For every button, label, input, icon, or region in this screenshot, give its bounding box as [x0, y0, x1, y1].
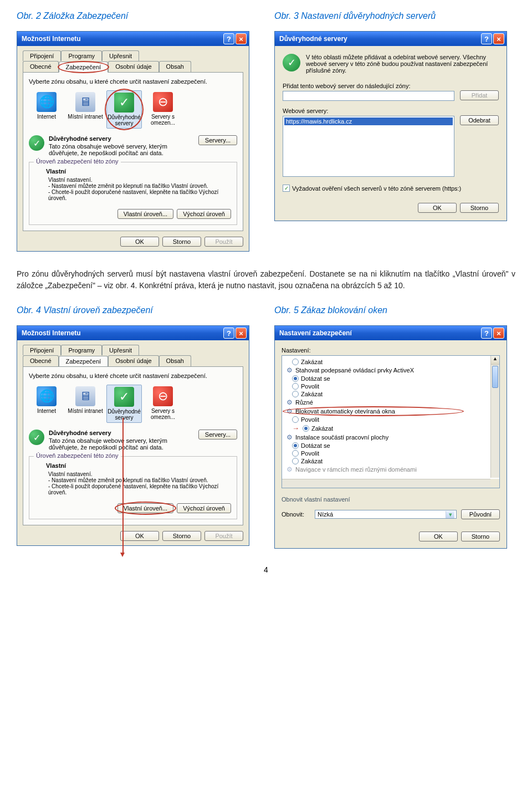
tab-security[interactable]: Zabezpečení — [59, 62, 109, 73]
zone-label: Internet — [29, 114, 64, 120]
tree-category: Blokovat automaticky otevíraná okna — [295, 408, 395, 415]
cancel-button[interactable]: Storno — [162, 237, 201, 247]
add-button[interactable]: Přidat — [460, 90, 499, 100]
reset-level-select[interactable]: Nízká — [315, 510, 457, 519]
custom-level-button[interactable]: Vlastní úroveň... — [117, 503, 174, 513]
internet-options-window: Možnosti Internetu ? × Obecné Zabezpečen… — [17, 31, 249, 252]
radio-option[interactable] — [292, 416, 299, 423]
help-icon[interactable]: ? — [481, 328, 492, 339]
gear-icon: ⚙ — [285, 466, 293, 473]
apply-button[interactable]: Použít — [204, 531, 243, 541]
zone-intranet[interactable]: 🖥 Místní intranet — [68, 385, 103, 423]
settings-tree[interactable]: Zakázat ⚙Stahovat podepsané ovládací prv… — [282, 355, 500, 488]
radio-option[interactable] — [292, 359, 299, 365]
zone-label: Místní intranet — [68, 408, 103, 414]
checkmark-icon: ✓ — [29, 430, 44, 445]
restricted-icon: ⊖ — [153, 92, 173, 112]
add-server-input[interactable] — [283, 91, 454, 101]
radio-option[interactable] — [292, 450, 299, 457]
level-line3: - Chcete-li použít doporučené nastavení,… — [48, 189, 231, 201]
zone-restricted[interactable]: ⊖ Servery s omezen... — [145, 90, 181, 129]
servers-button[interactable]: Servery... — [198, 430, 237, 440]
cancel-button[interactable]: Storno — [461, 532, 500, 541]
level-line3: - Chcete-li použít doporučené nastavení,… — [48, 483, 231, 495]
settings-label: Nastavení: — [282, 347, 500, 354]
zone-internet[interactable]: 🌐 Internet — [29, 385, 64, 423]
zone-intranet[interactable]: 🖥 Místní intranet — [68, 90, 103, 129]
zone-trusted[interactable]: ✓ Důvěryhodné servery — [106, 90, 142, 129]
radio-label: Zakázat — [311, 425, 333, 432]
radio-option[interactable] — [292, 458, 299, 464]
tab-programs[interactable]: Programy — [61, 345, 102, 355]
close-icon[interactable]: × — [493, 328, 504, 339]
vertical-scrollbar[interactable]: ▲ — [490, 356, 499, 478]
radio-label: Dotázat se — [301, 375, 330, 382]
servers-button[interactable]: Servery... — [198, 135, 237, 145]
tree-category: Instalace součástí pracovní plochy — [295, 434, 388, 441]
caption-fig5: Obr. 5 Zákaz blokování oken — [274, 305, 515, 315]
close-icon[interactable]: × — [236, 328, 247, 339]
servers-listbox[interactable]: https://mawis.hrdlicka.cz — [283, 116, 454, 177]
help-icon[interactable]: ? — [481, 33, 492, 44]
tab-programs[interactable]: Programy — [61, 50, 102, 61]
scroll-corner — [490, 479, 499, 488]
radio-option[interactable] — [303, 425, 309, 432]
help-icon[interactable]: ? — [223, 33, 234, 44]
caption-fig3: Obr. 3 Nastavení důvěryhodných serverů — [274, 11, 515, 21]
level-line1: Vlastní nastavení. — [48, 177, 231, 183]
scroll-thumb[interactable] — [492, 366, 498, 388]
zone-trusted[interactable]: ✓ Důvěryhodné servery — [106, 385, 142, 423]
add-server-label: Přidat tento webový server do následujíc… — [283, 83, 454, 89]
ok-button[interactable]: OK — [120, 531, 159, 541]
intranet-icon: 🖥 — [75, 386, 95, 406]
trusted-intro: V této oblasti můžete přidávat a odebíra… — [306, 54, 499, 74]
cancel-button[interactable]: Storno — [460, 203, 499, 213]
level-name: Vlastní — [46, 168, 231, 175]
radio-label: Povolit — [301, 450, 319, 457]
ok-button[interactable]: OK — [419, 532, 458, 541]
tab-privacy[interactable]: Osobní údaje — [108, 355, 158, 366]
tab-general[interactable]: Obecné — [23, 61, 59, 72]
help-icon[interactable]: ? — [223, 328, 234, 339]
tab-advanced[interactable]: Upřesnit — [102, 345, 139, 355]
ok-button[interactable]: OK — [418, 203, 457, 213]
close-icon[interactable]: × — [493, 33, 504, 44]
tab-connections[interactable]: Připojení — [23, 345, 61, 355]
close-icon[interactable]: × — [236, 33, 247, 44]
scroll-up-icon[interactable]: ▲ — [491, 356, 499, 365]
default-level-button[interactable]: Výchozí úroveň — [177, 209, 231, 219]
radio-option[interactable] — [292, 383, 299, 390]
require-https-checkbox[interactable]: ✓ — [283, 185, 290, 192]
intranet-icon: 🖥 — [75, 92, 95, 112]
default-level-button[interactable]: Výchozí úroveň — [177, 503, 231, 513]
list-item[interactable]: https://mawis.hrdlicka.cz — [284, 117, 453, 125]
security-settings-window: Nastavení zabezpečení ? × Nastavení: Zak… — [274, 325, 507, 549]
custom-level-button[interactable]: Vlastní úroveň... — [117, 209, 174, 219]
radio-option[interactable] — [292, 442, 299, 449]
zone-label: Internet — [29, 408, 64, 414]
zone-restricted[interactable]: ⊖ Servery s omezen... — [145, 385, 181, 423]
gear-icon: ⚙ — [285, 398, 293, 406]
tab-content[interactable]: Obsah — [159, 61, 191, 72]
reset-button[interactable]: Původní — [461, 509, 500, 519]
gear-icon: ⚙ — [285, 433, 293, 441]
tab-privacy[interactable]: Osobní údaje — [108, 61, 158, 72]
radio-option[interactable] — [292, 375, 299, 382]
trusted-servers-window: Důvěryhodné servery ? × ✓ V této oblasti… — [274, 31, 507, 221]
globe-icon: 🌐 — [37, 92, 57, 112]
zone-instruction: Vyberte zónu obsahu, u které chcete urči… — [29, 372, 237, 379]
tab-content[interactable]: Obsah — [159, 355, 191, 366]
tab-connections[interactable]: Připojení — [23, 50, 61, 61]
cancel-button[interactable]: Storno — [162, 531, 201, 541]
caption-fig2: Obr. 2 Záložka Zabezpečení — [17, 11, 258, 21]
apply-button[interactable]: Použít — [204, 237, 243, 247]
tab-general[interactable]: Obecné — [23, 355, 59, 366]
tab-security[interactable]: Zabezpečení — [59, 356, 109, 367]
radio-option[interactable] — [292, 391, 299, 397]
tab-advanced[interactable]: Upřesnit — [102, 50, 139, 61]
horizontal-scrollbar[interactable] — [282, 479, 490, 488]
annotation-arrowhead — [120, 553, 125, 557]
ok-button[interactable]: OK — [120, 237, 159, 247]
remove-button[interactable]: Odebrat — [460, 115, 499, 125]
zone-internet[interactable]: 🌐 Internet — [29, 90, 64, 129]
